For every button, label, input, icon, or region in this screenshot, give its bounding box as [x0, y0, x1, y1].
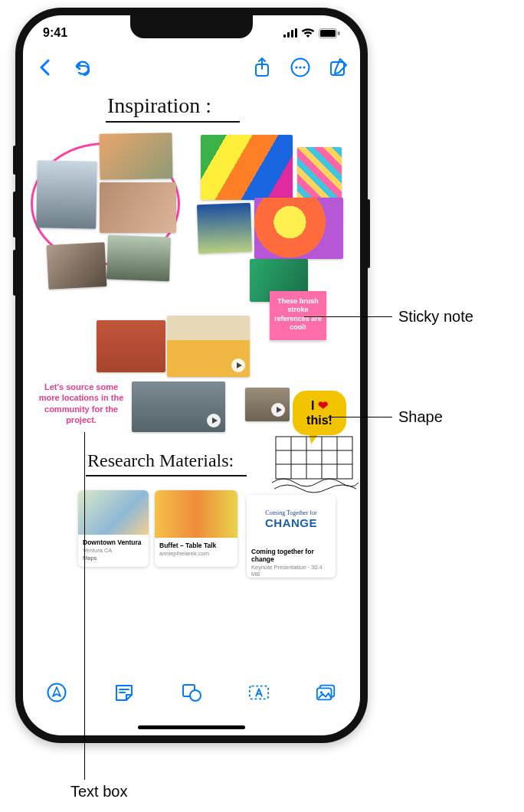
link-card-maps[interactable]: Downtown Ventura Ventura CA Maps	[78, 490, 149, 567]
side-button	[367, 199, 370, 268]
photo[interactable]	[197, 203, 252, 254]
photos-stack-icon	[316, 683, 337, 702]
heart-icon: ❤	[318, 399, 328, 412]
play-icon	[231, 359, 245, 372]
video-thumbnail[interactable]	[132, 381, 225, 432]
photo[interactable]	[97, 320, 165, 372]
status-time: 9:41	[43, 26, 67, 40]
card-thumb	[78, 490, 149, 535]
bottom-toolbar	[23, 674, 360, 735]
card-title: Downtown Ventura	[83, 539, 144, 546]
speech-text: this!	[306, 414, 332, 427]
speech-text: I	[311, 399, 318, 412]
card-title: Buffet – Table Talk	[159, 542, 233, 549]
sticky-tool-button[interactable]	[113, 682, 135, 703]
photo[interactable]	[100, 182, 176, 233]
photo[interactable]	[36, 160, 97, 228]
sticky-note-icon	[114, 683, 134, 702]
volume-up-button	[13, 192, 16, 237]
photo[interactable]	[106, 235, 171, 282]
textbox-icon	[248, 684, 270, 701]
svg-rect-6	[338, 31, 340, 35]
video-thumbnail[interactable]	[245, 388, 290, 421]
compose-icon	[329, 58, 348, 77]
back-button[interactable]	[34, 57, 55, 78]
svg-rect-3	[295, 28, 297, 38]
status-indicators	[283, 28, 340, 38]
phone-frame: 9:41	[15, 8, 368, 743]
play-icon	[207, 414, 221, 427]
cellular-icon	[283, 28, 297, 38]
callout-text-box: Text box	[70, 783, 127, 801]
card-subtitle: Keynote Presentation · 30.4 MB	[251, 564, 331, 578]
battery-icon	[319, 28, 340, 38]
svg-point-21	[48, 684, 66, 702]
volume-down-button	[13, 250, 16, 296]
pen-tip-circle-icon	[47, 683, 67, 702]
photo[interactable]	[47, 242, 107, 290]
handwriting-underline	[86, 475, 247, 476]
handwriting-research: Research Materials:	[87, 450, 234, 471]
video-thumbnail[interactable]	[167, 316, 250, 377]
shapes-icon	[181, 683, 202, 702]
card-subtitle: anniepihelarek.com	[159, 550, 233, 557]
handwriting-underline	[106, 121, 240, 123]
callout-sticky-note: Sticky note	[398, 308, 473, 326]
svg-rect-14	[276, 437, 352, 479]
shapes-tool-button[interactable]	[181, 682, 202, 703]
svg-rect-0	[283, 34, 286, 38]
sticky-note[interactable]: These brush stroke references are cool!	[270, 291, 326, 340]
undo-button[interactable]	[72, 57, 93, 78]
draw-tool-button[interactable]	[46, 682, 67, 703]
play-icon	[271, 403, 285, 417]
photo[interactable]	[254, 198, 343, 259]
card-thumb	[155, 490, 237, 538]
svg-point-11	[299, 66, 301, 68]
svg-rect-5	[320, 30, 336, 37]
svg-rect-1	[287, 32, 290, 38]
callout-shape: Shape	[398, 408, 443, 426]
link-card-web[interactable]: Buffet – Table Talk anniepihelarek.com	[155, 490, 237, 567]
more-button[interactable]	[290, 57, 311, 78]
svg-point-25	[190, 690, 201, 701]
media-tool-button[interactable]	[316, 682, 337, 703]
chevron-left-icon	[39, 59, 50, 76]
ringer-switch	[13, 146, 16, 175]
text-tool-button[interactable]	[248, 682, 270, 703]
screen: 9:41	[23, 15, 360, 735]
svg-point-10	[295, 66, 297, 68]
notch	[130, 15, 253, 38]
share-icon	[254, 57, 270, 77]
card-thumb: Coming Together for CHANGE	[247, 495, 336, 544]
svg-point-29	[320, 691, 323, 693]
svg-rect-26	[250, 686, 268, 699]
file-card-keynote[interactable]: Coming Together for CHANGE Coming togeth…	[247, 495, 336, 578]
ellipsis-circle-icon	[290, 57, 310, 77]
building-sketch[interactable]	[268, 429, 360, 498]
photo[interactable]	[201, 135, 293, 200]
freeform-canvas[interactable]: Inspiration : These brush stroke referen…	[23, 84, 360, 674]
card-subtitle: Ventura CA	[83, 547, 144, 554]
card-art-text: Coming Together for	[265, 509, 316, 516]
wifi-icon	[301, 28, 315, 38]
photo[interactable]	[99, 133, 172, 180]
text-box[interactable]: Let's source some more locations in the …	[35, 381, 127, 425]
card-title: Coming together for change	[251, 548, 331, 563]
compose-button[interactable]	[328, 57, 349, 78]
callout-line	[304, 316, 392, 317]
share-button[interactable]	[251, 57, 273, 78]
callout-line	[328, 417, 392, 417]
card-art-text: CHANGE	[265, 516, 317, 529]
svg-rect-2	[291, 30, 293, 38]
top-toolbar	[23, 51, 360, 84]
card-app: Maps	[83, 555, 144, 562]
undo-icon	[74, 59, 92, 76]
handwriting-inspiration: Inspiration :	[107, 93, 211, 118]
svg-point-12	[303, 66, 305, 68]
